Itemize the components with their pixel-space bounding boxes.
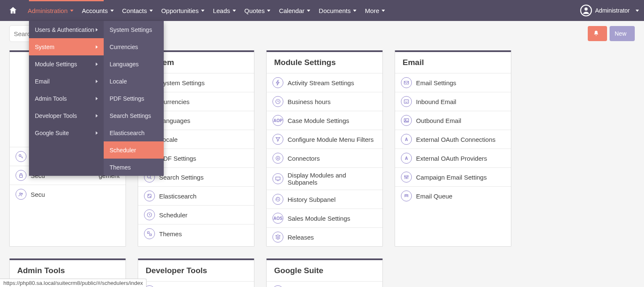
panel-row[interactable]: Studio [138,281,254,287]
svg-point-1 [584,8,587,10]
menu-item-label: System Settings [110,26,152,33]
panel-row[interactable]: AExternal OAuth Connections [395,130,511,149]
user-name: Administrator [595,7,630,14]
chevron-right-icon [96,45,98,49]
nav-label: Opportunities [161,7,199,14]
panel-row[interactable]: Scheduler [138,205,254,224]
panel-row[interactable]: Elasticsearch [138,186,254,205]
new-button[interactable]: New [610,26,635,41]
history-icon [272,194,283,205]
svg-point-15 [150,196,150,197]
panel-row-label: Email Queue [416,193,453,200]
panel-row[interactable]: Business hours [267,92,382,111]
menu-item-pdf-settings[interactable]: PDF Settings [104,90,164,107]
user-menu[interactable]: Administrator [580,5,639,16]
caret-down-icon [233,10,236,12]
nav-more[interactable]: More [361,0,389,21]
notifications-button[interactable] [588,26,607,41]
nav-calendar[interactable]: Calendar [275,0,314,21]
menu-item-label: Email [35,78,50,85]
nav-leads[interactable]: Leads [209,0,240,21]
menu-item-themes[interactable]: Themes [104,159,164,176]
panel-row[interactable]: Outbound Email [395,111,511,130]
nav-documents[interactable]: Documents [314,0,361,21]
menu-item-currencies[interactable]: Currencies [104,38,164,55]
panel-developer-tools: Developer ToolsStudio [138,258,254,287]
panel-row[interactable]: Configure Module Menu Filters [267,130,382,149]
menu-item-label: Admin Tools [35,95,67,102]
panel-row[interactable]: Releases [267,227,382,246]
menu-item-label: Currencies [110,44,138,50]
panel-row[interactable]: Google Calendar Settings [267,281,382,287]
menu-item-search-settings[interactable]: Search Settings [104,107,164,124]
display-icon [272,173,283,184]
nav-label: Contacts [122,7,147,14]
panel-row-label: External OAuth Providers [416,155,487,162]
svg-point-26 [404,176,405,177]
panel-row[interactable]: Display Modules and Subpanels [267,167,382,190]
panel-row-label: Outbound Email [416,117,461,124]
menu-item-system[interactable]: System [29,38,104,55]
panel-row-label: Activity Stream Settings [288,79,354,86]
panel-row-label: Search Settings [159,174,204,181]
queue-icon [401,190,412,201]
A-icon: A [401,134,412,145]
nav-opportunities[interactable]: Opportunities [157,0,209,21]
svg-point-7 [21,193,23,194]
panel-title: Google Suite [267,260,382,281]
admin-dropdown: Users & AuthenticationSystemModule Setti… [29,21,164,176]
panel-row[interactable]: Inbound Email [395,92,511,111]
home-button[interactable] [7,4,19,17]
chevron-right-icon [96,63,98,66]
menu-item-scheduler[interactable]: Scheduler [104,141,164,159]
menu-item-label: Locale [110,78,127,85]
menu-item-label: Languages [110,61,139,68]
panel-row[interactable]: Email Settings [395,73,511,92]
nav-label: Quotes [244,7,264,14]
nav-administration[interactable]: Administration [24,0,78,21]
menu-item-email[interactable]: Email [29,73,104,90]
image-icon [401,115,412,126]
svg-rect-22 [404,81,409,84]
menu-item-google-suite[interactable]: Google Suite [29,124,104,141]
panel-row[interactable]: Campaign Email Settings [395,167,511,186]
panel-row-label: System Settings [159,79,204,86]
menu-item-elasticsearch[interactable]: Elasticsearch [104,124,164,141]
panel-row[interactable]: History Subpanel [267,190,382,209]
menu-item-languages[interactable]: Languages [104,55,164,73]
menu-item-users-authentication[interactable]: Users & Authentication [29,21,104,38]
nav-label: More [365,7,379,14]
menu-item-label: Scheduler [110,147,136,154]
svg-rect-5 [20,175,23,177]
panel-row[interactable]: Themes [138,224,254,243]
svg-point-28 [407,176,408,177]
panel-row[interactable]: Email Queue [395,186,511,205]
svg-point-14 [149,195,149,196]
lock-icon [16,170,26,181]
panel-row-label: Releases [288,234,314,241]
svg-point-27 [406,177,407,178]
panel-row-label: Campaign Email Settings [416,174,487,181]
panel-row[interactable]: AOSSales Module Settings [267,209,382,227]
svg-rect-21 [276,177,280,180]
menu-item-module-settings[interactable]: Module Settings [29,55,104,73]
panel-row-label: Email Settings [416,79,456,86]
menu-item-locale[interactable]: Locale [104,73,164,90]
caret-down-icon [353,10,356,12]
menu-item-system-settings[interactable]: System Settings [104,21,164,38]
panel-row[interactable]: AOPCase Module Settings [267,111,382,130]
panel-row[interactable]: Activity Stream Settings [267,73,382,92]
panel-row[interactable]: AExternal OAuth Providers [395,149,511,167]
panel-row-label: History Subpanel [288,196,335,203]
menu-item-admin-tools[interactable]: Admin Tools [29,90,104,107]
menu-item-developer-tools[interactable]: Developer Tools [29,107,104,124]
status-bar-url: https://php80.sa.local/suitecrm8/public/… [0,279,147,287]
nav-contacts[interactable]: Contacts [118,0,157,21]
panel-row-label: PDF Settings [159,155,196,162]
bell-icon [593,30,599,37]
panel-row[interactable]: Connectors [267,149,382,167]
svg-point-4 [19,154,21,157]
nav-quotes[interactable]: Quotes [240,0,275,21]
nav-accounts[interactable]: Accounts [78,0,118,21]
panel-row[interactable]: Secu [10,185,126,204]
